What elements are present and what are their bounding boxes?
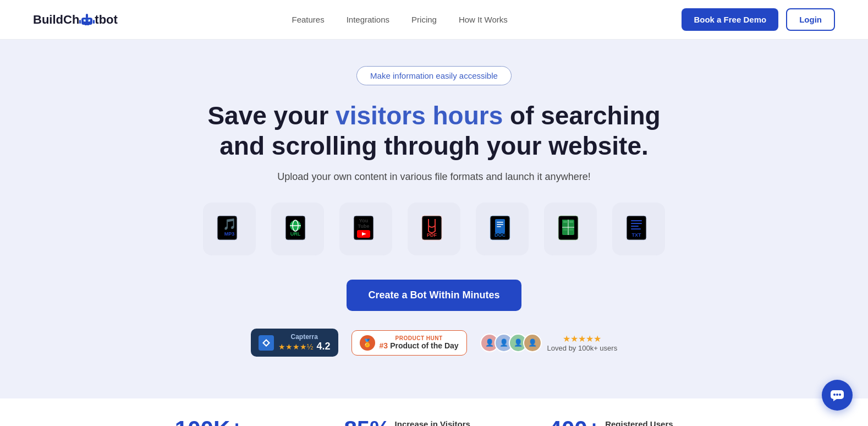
stats-bar: 100K+ Visitors 85% Increase in Visitors …	[0, 398, 868, 426]
svg-text:Tube: Tube	[358, 223, 370, 229]
svg-rect-34	[497, 222, 503, 223]
stat-users-label: Registered Users Trust Build Chatbot	[605, 419, 693, 426]
file-formats-row: MP3 🎵 URL You Tube	[33, 203, 835, 255]
svg-text:🎵: 🎵	[223, 217, 237, 231]
hero-title-part1: Save your	[207, 101, 336, 130]
stat-engagement: 85% Increase in Visitors Engagement	[344, 416, 483, 426]
svg-rect-36	[497, 226, 501, 227]
svg-rect-51	[631, 223, 642, 224]
producthunt-product-label: Product of the Day	[390, 341, 458, 350]
svg-text:TXT: TXT	[632, 232, 642, 238]
logo[interactable]: BuildCh tbot	[33, 13, 118, 27]
svg-rect-0	[81, 18, 92, 25]
file-icon-sheets	[544, 203, 597, 255]
navbar: BuildCh tbot Features Integrations Prici…	[0, 0, 868, 40]
capterra-badge: Capterra ★★★★½ 4.2	[251, 329, 338, 357]
file-icon-mp3: MP3 🎵	[203, 203, 256, 255]
nav-links: Features Integrations Pricing How It Wor…	[292, 15, 507, 25]
svg-rect-50	[631, 220, 642, 221]
stat-users: 400+ Registered Users Trust Build Chatbo…	[549, 416, 694, 426]
svg-point-58	[836, 394, 838, 396]
capterra-label: Capterra	[278, 333, 331, 341]
chatbot-float-button[interactable]	[822, 380, 853, 411]
social-proof-row: Capterra ★★★★½ 4.2 🏅 PRODUCT HUNT #3 Pro…	[33, 329, 835, 357]
hero-badge: Make information easily accessible	[356, 66, 512, 85]
user-avatars: 👤 👤 👤 👤	[480, 334, 542, 352]
svg-rect-43	[563, 221, 567, 223]
nav-how-it-works[interactable]: How It Works	[459, 15, 508, 24]
svg-rect-53	[631, 228, 641, 230]
logo-text-before: BuildCh	[33, 13, 79, 27]
producthunt-medal-icon: 🏅	[360, 335, 375, 351]
hero-title-highlight: visitors hours	[336, 101, 503, 130]
svg-rect-35	[497, 224, 503, 225]
nav-pricing[interactable]: Pricing	[411, 15, 437, 24]
file-icon-txt: TXT	[612, 203, 665, 255]
login-button[interactable]: Login	[786, 8, 835, 31]
svg-rect-5	[79, 20, 81, 24]
logo-text-after: tbot	[95, 13, 118, 27]
svg-rect-45	[563, 228, 567, 231]
file-icon-youtube: You Tube	[339, 203, 392, 255]
file-icon-doc: DOC	[476, 203, 529, 255]
loved-text: Loved by 100k+ users	[547, 344, 618, 352]
stat-visitors-number: 100K+	[175, 416, 244, 426]
stat-visitors-label: Visitors	[248, 424, 278, 426]
capterra-score: 4.2	[317, 341, 331, 352]
producthunt-label: PRODUCT HUNT	[380, 335, 459, 341]
svg-text:URL: URL	[290, 231, 301, 237]
svg-point-57	[833, 394, 836, 396]
svg-point-59	[839, 394, 841, 396]
svg-point-4	[86, 14, 88, 16]
loved-stars: ★★★★★	[547, 334, 618, 344]
nav-features[interactable]: Features	[292, 15, 324, 24]
capterra-stars: ★★★★½	[278, 342, 314, 351]
svg-rect-7	[85, 24, 87, 25]
nav-integrations[interactable]: Integrations	[347, 15, 389, 24]
svg-point-9	[85, 19, 86, 20]
svg-point-10	[88, 19, 90, 20]
svg-rect-52	[631, 226, 639, 227]
hero-subtitle: Upload your own content in various file …	[33, 171, 835, 183]
hero-title: Save your visitors hours of searching an…	[197, 101, 671, 161]
stat-visitors: 100K+ Visitors	[175, 416, 278, 426]
loved-badge: 👤 👤 👤 👤 ★★★★★ Loved by 100k+ users	[480, 334, 618, 352]
stat-engagement-number: 85%	[344, 416, 391, 426]
robot-icon	[79, 14, 95, 26]
stat-engagement-label: Increase in Visitors Engagement	[395, 419, 483, 426]
producthunt-rank: #3	[380, 341, 388, 350]
svg-text:You: You	[359, 218, 368, 223]
avatar-4: 👤	[523, 334, 542, 352]
svg-rect-44	[569, 221, 573, 223]
svg-rect-8	[87, 24, 89, 25]
svg-rect-46	[569, 228, 573, 231]
stat-users-number: 400+	[549, 416, 601, 426]
book-demo-button[interactable]: Book a Free Demo	[682, 8, 778, 31]
file-icon-pdf: PDF	[408, 203, 460, 255]
capterra-icon	[259, 335, 274, 351]
create-bot-button[interactable]: Create a Bot Within Minutes	[347, 280, 522, 311]
file-icon-url: URL	[271, 203, 324, 255]
producthunt-badge: 🏅 PRODUCT HUNT #3 Product of the Day	[351, 330, 467, 356]
nav-actions: Book a Free Demo Login	[682, 8, 835, 31]
hero-section: Make information easily accessible Save …	[0, 40, 868, 398]
svg-text:MP3: MP3	[224, 231, 235, 237]
